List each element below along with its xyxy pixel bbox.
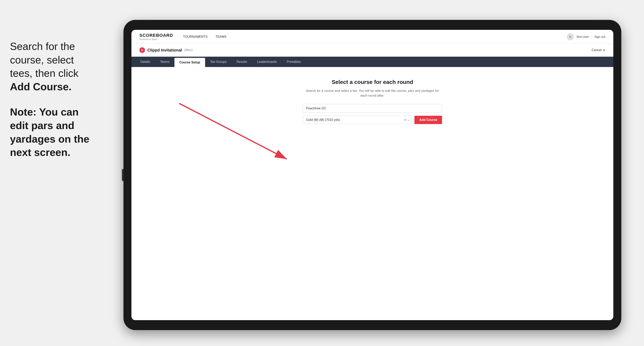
close-icon: ✕	[603, 48, 605, 52]
tablet-side-button	[122, 169, 124, 181]
tab-details[interactable]: Details	[136, 57, 155, 67]
tee-select-wrapper: Gold (M) (M) (7010 yds) ✕ ⌄	[303, 116, 412, 124]
tablet-screen: SCOREBOARD Powered by clippd TOURNAMENTS…	[132, 30, 613, 320]
annotation-note: Note: You can edit pars and yardages on …	[10, 105, 114, 159]
logo-area: SCOREBOARD Powered by clippd	[140, 33, 173, 40]
tee-select[interactable]: Gold (M) (M) (7010 yds)	[303, 116, 412, 124]
user-avatar: B	[567, 33, 574, 40]
user-info: Test User	[576, 35, 589, 38]
main-content: Select a course for each round Search fo…	[132, 67, 613, 320]
tab-tee-groups[interactable]: Tee Groups	[205, 57, 232, 67]
navbar-left: SCOREBOARD Powered by clippd TOURNAMENTS…	[140, 33, 226, 40]
annotation-bold: Add Course.	[10, 81, 72, 92]
add-course-button[interactable]: Add Course	[414, 116, 442, 124]
nav-teams[interactable]: TEAMS	[216, 35, 226, 39]
divider: |	[591, 35, 592, 38]
tab-printables[interactable]: Printables	[282, 57, 306, 67]
tournament-header: C Clippd Invitational (Men) Cancel ✕	[132, 44, 613, 57]
tab-teams[interactable]: Teams	[155, 57, 174, 67]
tab-results[interactable]: Results	[232, 57, 252, 67]
tournament-title: Clippd Invitational	[147, 48, 182, 52]
app-navbar: SCOREBOARD Powered by clippd TOURNAMENTS…	[132, 30, 613, 44]
course-search-input[interactable]	[303, 104, 442, 113]
tournament-title-area: C Clippd Invitational (Men)	[140, 47, 192, 53]
tab-course-setup[interactable]: Course Setup	[174, 58, 205, 67]
annotation-area: Search for thecourse, selecttees, then c…	[0, 32, 124, 167]
app-content-wrapper: C Clippd Invitational (Men) Cancel ✕ Det…	[132, 44, 613, 320]
logo-text: SCOREBOARD	[140, 33, 173, 38]
tab-navigation: Details Teams Course Setup Tee Groups Re…	[132, 57, 613, 67]
tee-select-row: Gold (M) (M) (7010 yds) ✕ ⌄ Add Course	[303, 116, 442, 124]
tab-leaderboards[interactable]: Leaderboards	[252, 57, 282, 67]
sign-out-link[interactable]: Sign out	[594, 35, 605, 38]
navbar-right: B Test User | Sign out	[567, 33, 605, 40]
annotation-text: Search for thecourse, selecttees, then c…	[10, 40, 114, 93]
nav-tournaments[interactable]: TOURNAMENTS	[183, 35, 208, 39]
tournament-gender: (Men)	[184, 48, 192, 52]
content-card: Select a course for each round Search fo…	[303, 79, 442, 124]
content-title: Select a course for each round	[303, 79, 442, 85]
tablet-outer: SCOREBOARD Powered by clippd TOURNAMENTS…	[124, 20, 621, 330]
content-description: Search for a course and select a tee. Yo…	[303, 88, 442, 98]
tournament-logo: C	[140, 47, 145, 53]
nav-links: TOURNAMENTS TEAMS	[183, 35, 226, 39]
tablet-container: SCOREBOARD Powered by clippd TOURNAMENTS…	[124, 20, 621, 330]
logo-sub: Powered by clippd	[140, 38, 173, 40]
cancel-button[interactable]: Cancel ✕	[592, 48, 605, 52]
